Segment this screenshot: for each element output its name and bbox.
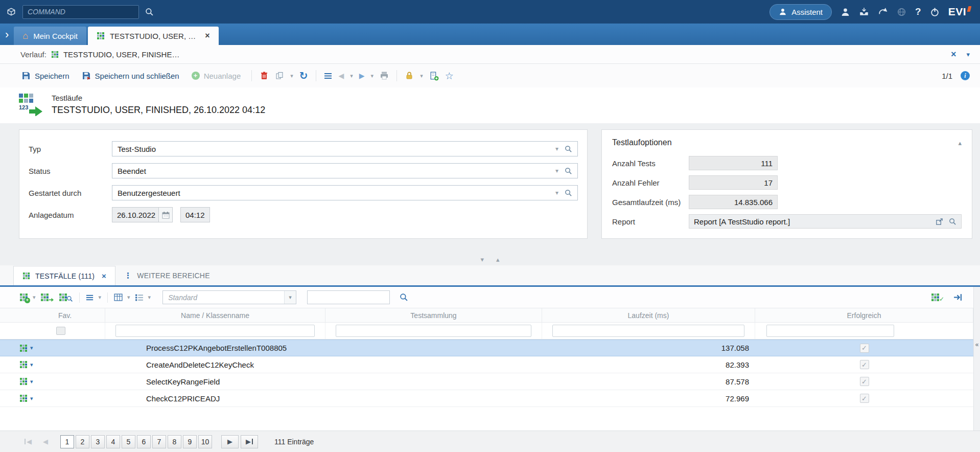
globe-icon[interactable] <box>897 7 906 17</box>
lookup-icon[interactable] <box>565 189 572 197</box>
add-favorite-icon[interactable] <box>429 71 439 81</box>
tab-mein-cockpit[interactable]: ⌂ Mein Cockpit <box>14 27 86 45</box>
previous-page-button[interactable]: ◀ <box>38 435 53 448</box>
favorite-star-icon[interactable]: ☆ <box>445 71 454 81</box>
erfolgreich-filter-input[interactable] <box>766 325 894 337</box>
tab-close-icon[interactable]: × <box>205 31 209 40</box>
breadcrumb[interactable]: TESTSTUDIO, USER, FINISHE… <box>63 50 180 59</box>
add-row-dropdown-icon[interactable]: ▾ <box>33 294 36 301</box>
redo-icon[interactable] <box>878 7 888 17</box>
delete-icon[interactable] <box>260 71 269 80</box>
next-page-button[interactable]: ▶ <box>221 435 239 448</box>
column-header-name[interactable]: Name / Klassenname <box>105 308 325 322</box>
next-dropdown-icon[interactable]: ▾ <box>371 73 374 79</box>
tab-weitere-bereiche[interactable]: ⋮ WEITERE BEREICHE <box>115 266 219 285</box>
page-button[interactable]: 3 <box>91 435 105 448</box>
add-row-icon[interactable]: + <box>19 293 28 302</box>
validate-grid-icon[interactable]: ✓ <box>931 292 944 303</box>
page-button[interactable]: 5 <box>122 435 135 448</box>
sidebar-expander-chevron-icon[interactable]: › <box>5 29 9 40</box>
table-view-dropdown-icon[interactable]: ▾ <box>127 294 130 301</box>
testsammlung-filter-input[interactable] <box>336 325 531 337</box>
success-checkbox[interactable]: ✓ <box>860 344 869 353</box>
list-view-icon[interactable] <box>135 293 144 302</box>
last-page-button[interactable]: ▶ <box>241 435 258 448</box>
calendar-picker-button[interactable] <box>159 207 173 222</box>
command-input[interactable] <box>22 5 139 19</box>
pin-panel-icon[interactable] <box>953 293 962 302</box>
laufzeit-filter-input[interactable] <box>552 325 744 337</box>
column-header-erfolgreich[interactable]: Erfolgreich <box>755 308 973 322</box>
close-form-icon[interactable]: × <box>951 49 956 60</box>
page-button[interactable]: 2 <box>76 435 89 448</box>
lookup-icon[interactable] <box>565 167 572 175</box>
grid-search-icon[interactable] <box>400 293 408 302</box>
splitter-collapse-down-icon[interactable]: ▾ <box>480 256 484 263</box>
tab-close-icon[interactable]: × <box>102 272 106 280</box>
table-row[interactable]: ▾ ProcessC12PKAngebotErstellenT008805 13… <box>0 340 973 356</box>
table-row[interactable]: ▾ CheckC12PRICEADJ 72.969 ✓ <box>0 390 973 407</box>
report-link-field[interactable]: Report [A TestStudio report.] <box>689 214 962 229</box>
grid-search-input[interactable] <box>307 290 390 304</box>
column-header-fav[interactable]: Fav. <box>44 308 105 322</box>
open-report-icon[interactable] <box>936 218 943 225</box>
info-icon[interactable]: i <box>961 71 970 80</box>
success-checkbox[interactable]: ✓ <box>860 360 869 369</box>
transfer-rows-icon[interactable] <box>40 293 54 302</box>
page-button[interactable]: 1 <box>60 435 74 448</box>
fav-filter-checkbox[interactable] <box>56 327 65 335</box>
refresh-icon[interactable]: ↻ <box>299 71 308 81</box>
chevron-down-icon[interactable]: ▾ <box>555 167 558 174</box>
search-in-grid-icon[interactable] <box>59 292 73 302</box>
view-select[interactable]: Standard ▾ <box>162 290 296 304</box>
table-row[interactable]: ▾ CreateAndDeleteC12KeyCheck 82.393 ✓ <box>0 356 973 373</box>
status-combobox[interactable]: Beendet ▾ <box>112 163 578 178</box>
table-row[interactable]: ▾ SelectKeyRangeField 87.578 ✓ <box>0 373 973 390</box>
created-date-field[interactable]: 26.10.2022 <box>112 207 159 222</box>
page-button[interactable]: 6 <box>137 435 151 448</box>
column-header-laufzeit[interactable]: Laufzeit (ms) <box>542 308 755 322</box>
previous-dropdown-icon[interactable]: ▾ <box>350 73 353 79</box>
lock-icon[interactable] <box>405 71 414 80</box>
save-and-close-button[interactable]: Speichern und schließen <box>79 69 182 82</box>
typ-combobox[interactable]: Test-Studio ▾ <box>112 141 578 156</box>
table-view-icon[interactable] <box>114 293 123 302</box>
history-dropdown-icon[interactable]: ▾ <box>966 51 970 58</box>
splitter-collapse-up-icon[interactable]: ▴ <box>496 256 500 263</box>
row-expander-icon[interactable]: ▾ <box>30 345 33 351</box>
panel-collapse-icon[interactable]: ▴ <box>958 139 962 147</box>
row-expander-icon[interactable]: ▾ <box>30 395 33 402</box>
created-time-field[interactable]: 04:12 <box>180 207 210 222</box>
tab-testfaelle[interactable]: TESTFÄLLE (111) × <box>13 266 115 285</box>
expand-panel-icon[interactable]: « <box>974 341 980 348</box>
right-panel-splitter[interactable]: « <box>973 287 980 431</box>
assistant-button[interactable]: Assistent <box>769 4 832 20</box>
row-expander-icon[interactable]: ▾ <box>30 361 33 368</box>
lookup-icon[interactable] <box>949 218 956 225</box>
list-view-dropdown-icon[interactable]: ▾ <box>148 294 151 301</box>
copy-record-icon[interactable] <box>275 71 284 80</box>
previous-record-icon[interactable]: ◀ <box>339 72 344 80</box>
chevron-down-icon[interactable]: ▾ <box>555 145 558 152</box>
success-checkbox[interactable]: ✓ <box>860 377 869 386</box>
page-button[interactable]: 4 <box>106 435 120 448</box>
success-checkbox[interactable]: ✓ <box>860 394 869 403</box>
page-button[interactable]: 8 <box>168 435 181 448</box>
inbox-icon[interactable] <box>859 7 869 17</box>
page-button[interactable]: 7 <box>152 435 166 448</box>
lock-dropdown-icon[interactable]: ▾ <box>420 73 423 79</box>
first-page-button[interactable]: ◀ <box>20 435 36 448</box>
new-record-button[interactable]: + Neuanlage <box>189 70 244 82</box>
next-record-icon[interactable]: ▶ <box>359 72 365 80</box>
view-select-chevron-icon[interactable]: ▾ <box>284 291 296 304</box>
user-icon[interactable] <box>841 7 850 17</box>
command-search-icon[interactable] <box>145 8 154 16</box>
chevron-down-icon[interactable]: ▾ <box>555 189 558 196</box>
column-header-testsammlung[interactable]: Testsammlung <box>325 308 542 322</box>
help-icon[interactable]: ? <box>915 6 921 17</box>
lookup-icon[interactable] <box>565 145 572 153</box>
menu-icon[interactable] <box>324 72 333 80</box>
tab-teststudio[interactable]: TESTSTUDIO, USER, … × <box>88 27 219 45</box>
page-button[interactable]: 10 <box>198 435 212 448</box>
started-by-combobox[interactable]: Benutzergesteuert ▾ <box>112 185 578 200</box>
